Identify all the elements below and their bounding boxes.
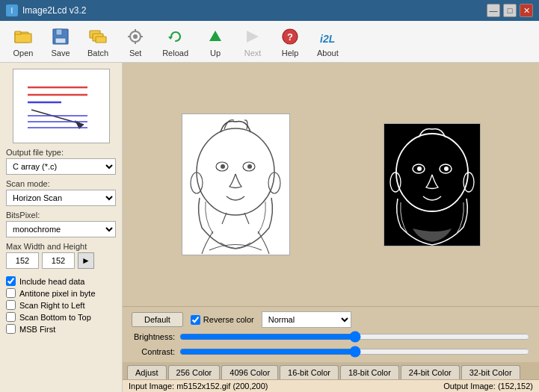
4096-color-tab[interactable]: 4096 Color [221,365,278,379]
left-panel: Output file type: C array (*.c) C array … [0,63,123,392]
help-label: Help [282,49,299,57]
up-label: Up [210,49,221,57]
app-title: Image2Lcd v3.2 [22,5,86,16]
reverse-color-label: Reverse color [203,315,254,324]
msb-first-label: MSB First [19,325,55,334]
status-bar: Input Image: m5152x152.gif (200,200) Out… [123,379,539,392]
default-button[interactable]: Default [132,312,183,327]
open-button[interactable]: Open [6,22,40,61]
reverse-color-checkbox[interactable] [191,315,200,325]
bits-pixel-label: BitsPixel: [6,211,116,220]
close-button[interactable]: ✕ [520,4,533,17]
about-label: About [317,49,339,57]
about-button[interactable]: i2L About [310,22,345,61]
svg-marker-16 [209,31,221,41]
height-input[interactable] [42,252,75,269]
svg-rect-8 [96,37,106,43]
include-head-label: Include head data [19,277,84,286]
antitone-checkbox-item[interactable]: Antitone pixel in byte [6,288,116,298]
reload-icon [165,26,186,47]
scan-preview [16,72,106,140]
adjust-tab[interactable]: Adjust [127,365,167,379]
help-icon: ? [280,26,301,47]
svg-point-43 [417,167,422,171]
output-file-type-group: Output file type: C array (*.c) C array … [6,148,116,175]
svg-text:i2L: i2L [320,33,335,45]
msb-first-checkbox-item[interactable]: MSB First [6,324,116,334]
maximize-button[interactable]: □ [503,4,517,17]
window-controls[interactable]: — □ ✕ [487,4,533,17]
24-bit-color-tab[interactable]: 24-bit Color [401,365,460,379]
svg-rect-2 [15,31,21,34]
next-button[interactable]: Next [235,22,270,61]
image-area [123,63,539,306]
app-icon: I [6,4,18,16]
output-file-type-select[interactable]: C array (*.c) C array (*.h) Binary (*.bi… [6,158,116,175]
open-label: Open [13,49,34,57]
reload-label: Reload [162,49,188,57]
brightness-label: Brightness: [132,332,175,341]
next-label: Next [244,49,262,57]
minimize-button[interactable]: — [487,4,500,17]
batch-button[interactable]: Batch [81,22,115,61]
about-icon: i2L [317,26,338,47]
msb-first-checkbox[interactable] [6,324,16,334]
scan-bottom-top-checkbox-item[interactable]: Scan Bottom to Top [6,312,116,322]
32-bit-color-tab[interactable]: 32-bit Color [461,365,520,379]
contrast-label: Contrast: [132,347,175,356]
batch-label: Batch [87,49,108,57]
normal-select[interactable]: Normal Lighter Darker [262,311,351,328]
color-tabs: Adjust 256 Color 4096 Color 16-bit Color… [123,362,539,379]
input-image [183,116,288,254]
scan-bottom-top-label: Scan Bottom to Top [19,313,91,322]
include-head-checkbox[interactable] [6,276,16,286]
set-icon [125,26,146,47]
reload-button[interactable]: Reload [155,22,195,61]
checkbox-group: Include head data Antitone pixel in byte… [6,276,116,334]
size-increment-button[interactable]: ► [78,252,94,269]
svg-rect-4 [56,29,62,35]
input-image-container [182,113,290,255]
antitone-checkbox[interactable] [6,288,16,298]
right-panel: Default Reverse color Normal Lighter Dar… [123,63,539,392]
set-button[interactable]: Set [118,22,153,61]
size-row: ► [6,252,116,269]
main-layout: Output file type: C array (*.c) C array … [0,63,539,392]
256-color-tab[interactable]: 256 Color [168,365,221,379]
save-label: Save [51,49,70,57]
include-head-checkbox-item[interactable]: Include head data [6,276,116,286]
scan-right-left-label: Scan Right to Left [19,301,84,310]
brightness-slider[interactable] [179,331,530,343]
contrast-row: Contrast: [132,346,530,358]
svg-text:?: ? [287,31,293,43]
controls-bar: Default Reverse color Normal Lighter Dar… [123,306,539,362]
up-button[interactable]: Up [198,22,232,61]
scan-mode-group: Scan mode: Horizon Scan Vertical Scan [6,179,116,206]
width-input[interactable] [6,252,39,269]
antitone-label: Antitone pixel in byte [19,289,96,298]
svg-point-44 [444,167,449,171]
scan-mode-select[interactable]: Horizon Scan Vertical Scan [6,190,116,206]
set-label: Set [129,49,142,57]
output-image-info: Output Image: (152,152) [443,382,533,391]
output-image [384,124,480,246]
reverse-color-row[interactable]: Reverse color [191,315,254,325]
bits-pixel-select[interactable]: monochrome 4 gray 16 color 256 color [6,221,116,237]
scan-right-left-checkbox-item[interactable]: Scan Right to Left [6,300,116,310]
scan-right-left-checkbox[interactable] [6,300,16,310]
16-bit-color-tab[interactable]: 16-bit Color [280,365,339,379]
input-image-info: Input Image: m5152x152.gif (200,200) [129,382,268,391]
next-icon [242,26,263,47]
bits-pixel-group: BitsPixel: monochrome 4 gray 16 color 25… [6,211,116,237]
help-button[interactable]: ? Help [273,22,307,61]
batch-icon [87,26,108,47]
output-file-type-label: Output file type: [6,148,116,157]
contrast-slider[interactable] [179,346,530,358]
18-bit-color-tab[interactable]: 18-bit Color [340,365,399,379]
svg-point-10 [133,34,138,39]
max-size-group: Max Width and Height ► [6,242,116,269]
svg-marker-15 [168,37,173,40]
svg-point-33 [221,164,225,169]
save-button[interactable]: Save [43,22,78,61]
scan-bottom-top-checkbox[interactable] [6,312,16,322]
